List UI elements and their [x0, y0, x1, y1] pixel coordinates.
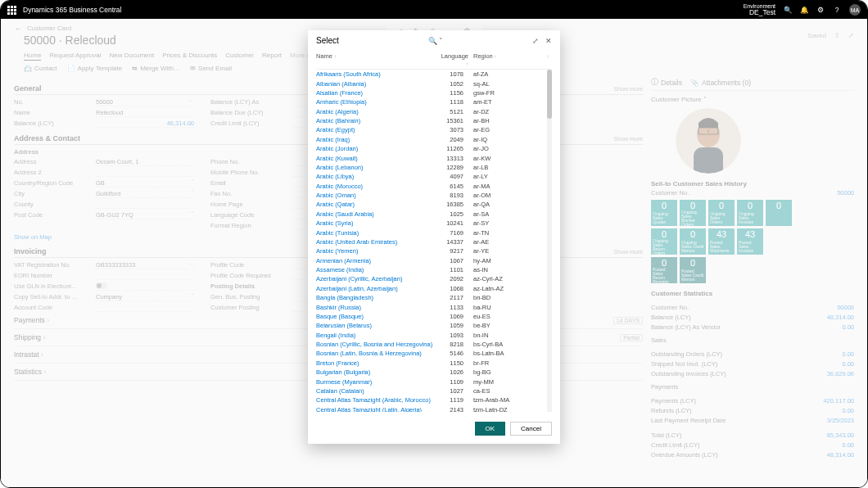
col-language[interactable]: Language	[439, 52, 468, 67]
app-launcher-icon[interactable]	[7, 6, 16, 15]
table-row[interactable]: Arabic (Yemen)9217ar-YE	[316, 246, 552, 255]
table-row[interactable]: Arabic (Saudi Arabia)1025ar-SA	[316, 210, 552, 219]
table-row[interactable]: Arabic (Iraq)2049ar-IQ	[316, 135, 552, 144]
row-language-id: 2092	[439, 275, 468, 282]
table-row[interactable]: Catalan (Catalan)1027ca-ES	[316, 386, 552, 395]
row-language-id: 1109	[439, 378, 468, 386]
row-language-id: 5146	[439, 350, 468, 357]
row-region: ar-AE	[468, 238, 547, 246]
modal-scroll-thumb[interactable]	[547, 70, 552, 119]
table-row[interactable]: Belarusian (Belarus)1059be-BY	[316, 321, 552, 330]
table-row[interactable]: Alsatian (France)1156gsw-FR	[316, 88, 552, 97]
table-row[interactable]: Arabic (Lebanon)12289ar-LB	[316, 163, 552, 172]
col-region[interactable]: Region	[468, 52, 547, 67]
modal-search-icon[interactable]: 🔍 ˅	[428, 37, 444, 45]
table-row[interactable]: Bosnian (Latin, Bosnia & Herzegovina)514…	[316, 349, 552, 358]
table-row[interactable]: Bangla (Bangladesh)2117bn-BD	[316, 293, 552, 302]
user-avatar[interactable]: MA	[849, 4, 861, 16]
table-row[interactable]: Basque (Basque)1069eu-ES	[316, 312, 552, 321]
table-row[interactable]: Central Atlas Tamazight (Latin, Algeria)…	[316, 405, 552, 413]
search-icon[interactable]: 🔍	[784, 6, 792, 14]
table-row[interactable]: Assamese (India)1101as-IN	[316, 265, 552, 274]
row-name: Arabic (Algeria)	[316, 108, 439, 115]
table-row[interactable]: Breton (France)1150br-FR	[316, 359, 552, 368]
row-region: ar-OM	[468, 192, 547, 199]
col-name[interactable]: Name	[316, 52, 439, 67]
row-name: Burmese (Myanmar)	[316, 378, 439, 386]
row-language-id: 1093	[439, 332, 468, 339]
table-row[interactable]: Central Atlas Tamazight (Arabic, Morocco…	[316, 395, 552, 404]
row-language-id: 2049	[439, 136, 468, 143]
table-row[interactable]: Bosnian (Cyrillic, Bosnia and Herzegovin…	[316, 340, 552, 349]
row-name: Arabic (Oman)	[316, 192, 439, 199]
row-region: ar-LY	[468, 173, 547, 180]
table-row[interactable]: Arabic (Syria)10241ar-SY	[316, 219, 552, 228]
row-region: bn-IN	[468, 332, 547, 339]
row-region: sq-AL	[468, 80, 547, 88]
table-row[interactable]: Arabic (Kuwait)13313ar-KW	[316, 153, 552, 162]
row-name: Central Atlas Tamazight (Latin, Algeria)	[316, 406, 439, 412]
cancel-button[interactable]: Cancel	[510, 422, 552, 436]
table-row[interactable]: Bengali (India)1093bn-IN	[316, 331, 552, 340]
global-topbar: Dynamics 365 Business Central Environmen…	[1, 1, 867, 19]
modal-expand-icon[interactable]: ⤢	[532, 37, 539, 45]
row-region: hy-AM	[468, 257, 547, 264]
row-region: be-BY	[468, 322, 547, 329]
row-language-id: 2117	[439, 294, 468, 301]
row-language-id: 7169	[439, 229, 468, 237]
row-name: Azerbaijani (Cyrillic, Azerbaijan)	[316, 275, 439, 282]
row-language-id: 15361	[439, 117, 468, 124]
row-name: Arabic (Egypt)	[316, 126, 439, 133]
modal-scroll-track[interactable]	[547, 70, 552, 412]
row-region: eu-ES	[468, 313, 547, 320]
environment-indicator[interactable]: Environment DE_Test	[744, 3, 775, 16]
row-name: Arabic (Kuwait)	[316, 155, 439, 162]
row-name: Catalan (Catalan)	[316, 387, 439, 395]
row-region: tzm-Latn-DZ	[468, 406, 547, 412]
table-row[interactable]: Azerbaijani (Latin, Azerbaijan)1068az-La…	[316, 284, 552, 293]
row-language-id: 1156	[439, 89, 468, 97]
table-row[interactable]: Arabic (Algeria)5121ar-DZ	[316, 107, 552, 116]
row-region: bg-BG	[468, 368, 547, 376]
table-row[interactable]: Bulgarian (Bulgaria)1026bg-BG	[316, 368, 552, 377]
row-language-id: 9217	[439, 247, 468, 255]
table-row[interactable]: Bashkir (Russia)1133ba-RU	[316, 302, 552, 311]
row-language-id: 2143	[439, 406, 468, 412]
row-language-id: 1101	[439, 266, 468, 273]
row-language-id: 6145	[439, 183, 468, 190]
table-row[interactable]: Arabic (United Arab Emirates)14337ar-AE	[316, 237, 552, 246]
row-language-id: 13313	[439, 155, 468, 162]
table-row[interactable]: Albanian (Albania)1052sq-AL	[316, 79, 552, 88]
row-name: Bosnian (Cyrillic, Bosnia and Herzegovin…	[316, 341, 439, 348]
table-row[interactable]: Azerbaijani (Cyrillic, Azerbaijan)2092az…	[316, 274, 552, 283]
settings-icon[interactable]: ⚙	[816, 6, 825, 14]
row-name: Arabic (United Arab Emirates)	[316, 238, 439, 246]
table-row[interactable]: Arabic (Egypt)3073ar-EG	[316, 125, 552, 134]
row-region: as-IN	[468, 266, 547, 273]
row-name: Amharic (Ethiopia)	[316, 98, 439, 106]
table-row[interactable]: Arabic (Jordan)11265ar-JO	[316, 144, 552, 153]
table-row[interactable]: Arabic (Libya)4097ar-LY	[316, 172, 552, 181]
row-region: br-FR	[468, 359, 547, 367]
table-row[interactable]: Arabic (Qatar)16385ar-QA	[316, 200, 552, 209]
table-row[interactable]: Burmese (Myanmar)1109my-MM	[316, 377, 552, 386]
help-icon[interactable]: ?	[833, 6, 841, 14]
table-row[interactable]: Arabic (Oman)8193ar-OM	[316, 191, 552, 200]
row-name: Belarusian (Belarus)	[316, 322, 439, 329]
modal-title: Select	[316, 36, 339, 45]
modal-close-icon[interactable]: ✕	[545, 37, 552, 45]
table-row[interactable]: Armenian (Armenia)1067hy-AM	[316, 256, 552, 265]
row-region: ar-TN	[468, 229, 547, 237]
row-region: my-MM	[468, 378, 547, 386]
ok-button[interactable]: OK	[475, 422, 506, 436]
row-region: tzm-Arab-MA	[468, 396, 547, 404]
table-row[interactable]: Afrikaans (South Africa)1078af-ZA	[316, 70, 552, 79]
row-region: gsw-FR	[468, 89, 547, 97]
table-row[interactable]: Arabic (Tunisia)7169ar-TN	[316, 228, 552, 237]
table-row[interactable]: Arabic (Bahrain)15361ar-BH	[316, 116, 552, 125]
table-row[interactable]: Amharic (Ethiopia)1118am-ET	[316, 97, 552, 106]
row-language-id: 1026	[439, 368, 468, 376]
row-name: Albanian (Albania)	[316, 80, 439, 88]
notifications-icon[interactable]: 🔔	[800, 6, 808, 14]
table-row[interactable]: Arabic (Morocco)6145ar-MA	[316, 182, 552, 191]
